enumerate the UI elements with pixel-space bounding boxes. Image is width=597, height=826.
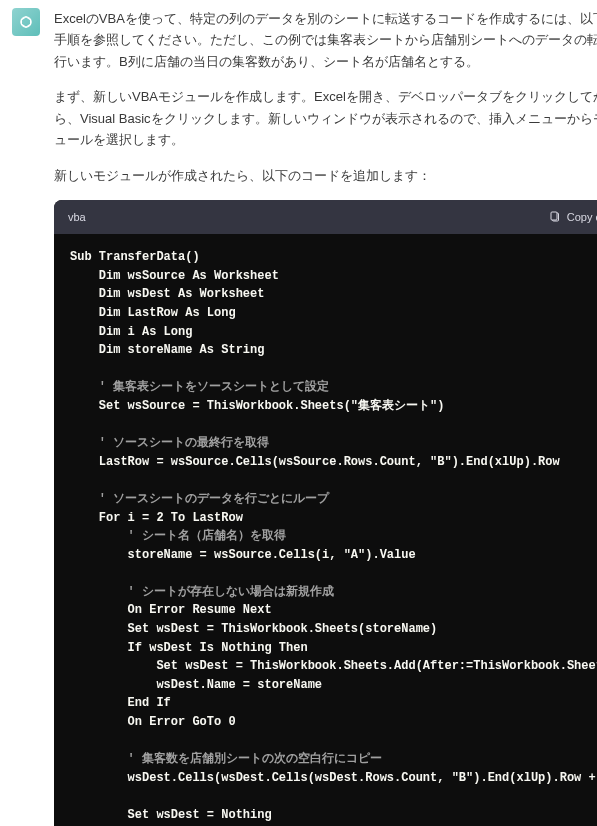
code-line: ' 集客数を店舗別シートの次の空白行にコピー	[70, 752, 382, 766]
code-line: storeName = wsSource.Cells(i, "A").Value	[70, 548, 416, 562]
code-line: ' シート名（店舗名）を取得	[70, 529, 286, 543]
copy-code-label: Copy code	[567, 208, 597, 226]
assistant-message: ExcelのVBAを使って、特定の列のデータを別のシートに転送するコードを作成す…	[54, 8, 597, 826]
code-header: vba Copy code	[54, 200, 597, 234]
code-line: ' ソースシートの最終行を取得	[70, 436, 269, 450]
code-line: On Error Resume Next	[70, 603, 272, 617]
code-line: Dim wsSource As Worksheet	[70, 269, 279, 283]
code-line: Dim i As Long	[70, 325, 192, 339]
code-lang: vba	[68, 208, 86, 226]
code-line: End If	[70, 696, 171, 710]
paragraph-2: まず、新しいVBAモジュールを作成します。Excelを開き、デベロッパータブをク…	[54, 86, 597, 150]
page: ExcelのVBAを使って、特定の列のデータを別のシートに転送するコードを作成す…	[0, 0, 597, 826]
code-line: Dim wsDest As Worksheet	[70, 287, 264, 301]
code-line: ' シートが存在しない場合は新規作成	[70, 585, 334, 599]
copy-code-button[interactable]: Copy code	[549, 208, 597, 226]
code-line: wsDest.Cells(wsDest.Cells(wsDest.Rows.Co…	[70, 771, 597, 785]
code-line: LastRow = wsSource.Cells(wsSource.Rows.C…	[70, 455, 560, 469]
svg-point-0	[21, 17, 32, 28]
paragraph-1: ExcelのVBAを使って、特定の列のデータを別のシートに転送するコードを作成す…	[54, 8, 597, 72]
code-line: If wsDest Is Nothing Then	[70, 641, 308, 655]
code-card: vba Copy code Sub TransferData() Dim wsS…	[54, 200, 597, 826]
openai-icon	[17, 13, 35, 31]
svg-rect-2	[551, 212, 557, 220]
code-line: Dim storeName As String	[70, 343, 264, 357]
clipboard-icon	[549, 211, 561, 223]
code-line: ' 集客表シートをソースシートとして設定	[70, 380, 329, 394]
code-line: Set wsDest = ThisWorkbook.Sheets.Add(Aft…	[70, 659, 597, 673]
code-line: Set wsDest = Nothing	[70, 808, 272, 822]
assistant-avatar	[12, 8, 40, 36]
code-line: Set wsSource = ThisWorkbook.Sheets("集客表シ…	[70, 399, 444, 413]
code-line: Dim LastRow As Long	[70, 306, 236, 320]
code-line: ' ソースシートのデータを行ごとにループ	[70, 492, 329, 506]
paragraph-3: 新しいモジュールが作成されたら、以下のコードを追加します：	[54, 165, 597, 186]
answer-row: ExcelのVBAを使って、特定の列のデータを別のシートに転送するコードを作成す…	[0, 0, 597, 826]
code-line: Set wsDest = ThisWorkbook.Sheets(storeNa…	[70, 622, 437, 636]
code-body[interactable]: Sub TransferData() Dim wsSource As Works…	[54, 234, 597, 826]
code-line: On Error GoTo 0	[70, 715, 236, 729]
code-line: For i = 2 To LastRow	[70, 511, 243, 525]
code-line: wsDest.Name = storeName	[70, 678, 322, 692]
code-line: Sub TransferData()	[70, 250, 200, 264]
